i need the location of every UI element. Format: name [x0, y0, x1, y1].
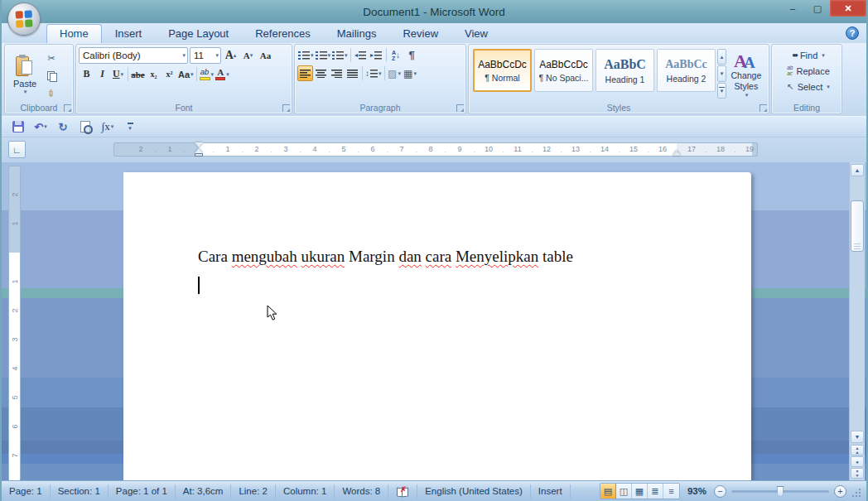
increase-indent-button[interactable]: ▸	[369, 47, 384, 63]
help-button[interactable]: ?	[846, 26, 859, 40]
tab-home[interactable]: Home	[46, 24, 102, 43]
language-status[interactable]: English (United States)	[417, 484, 531, 499]
align-right-button[interactable]	[329, 65, 345, 81]
change-styles-dropdown-icon[interactable]: ▾	[745, 92, 749, 99]
align-center-button[interactable]	[313, 65, 329, 81]
align-left-button[interactable]	[297, 65, 313, 81]
save-button[interactable]	[10, 118, 27, 135]
word[interactable]: Cara	[198, 248, 228, 265]
previous-page-button[interactable]: ▲▲	[851, 445, 864, 455]
view-full-screen-reading-button[interactable]: ◫	[616, 484, 632, 499]
styles-scroll-down-button[interactable]: ▼	[717, 65, 726, 81]
tab-stop-selector[interactable]: ∟	[8, 141, 26, 158]
status-page[interactable]: Page: 1 of 1	[108, 484, 176, 499]
browse-object-button[interactable]: ●	[851, 456, 864, 467]
view-draft-button[interactable]: ≡	[663, 484, 679, 499]
tab-references[interactable]: References	[242, 24, 323, 43]
misspelled-word[interactable]: dan	[398, 248, 421, 265]
grow-font-button[interactable]: A▴	[223, 48, 239, 64]
borders-dropdown-icon[interactable]: ▾	[413, 70, 417, 77]
superscript-button[interactable]: x²	[162, 66, 177, 82]
tab-page-layout[interactable]: Page Layout	[155, 24, 242, 43]
view-outline-button[interactable]: ≣	[648, 484, 663, 499]
find-button[interactable]: ●● Find ▾	[774, 48, 839, 62]
styles-scroll-up-button[interactable]: ▲	[717, 49, 726, 65]
cut-button[interactable]: ✂	[42, 51, 60, 65]
status-line[interactable]: Line: 2	[231, 484, 276, 499]
style-heading-2[interactable]: AaBbCcHeading 2	[657, 49, 716, 92]
print-preview-button[interactable]	[77, 118, 94, 135]
hanging-indent-marker[interactable]	[195, 148, 203, 153]
vertical-scrollbar[interactable]: ▲ ▼ ▲▲ ● ▼▼	[849, 162, 865, 480]
equation-dropdown-icon[interactable]: ▾	[111, 123, 114, 130]
minimize-button[interactable]: –	[780, 0, 805, 17]
paste-dropdown-icon[interactable]: ▾	[24, 89, 27, 95]
strikethrough-button[interactable]: abe	[130, 66, 146, 82]
zoom-slider-thumb[interactable]	[777, 486, 784, 497]
scroll-down-button[interactable]: ▼	[851, 431, 864, 443]
style-heading-1[interactable]: AaBbCHeading 1	[596, 49, 654, 92]
borders-button[interactable]: ▦▾	[403, 65, 418, 81]
multilevel-list-button[interactable]: ▾	[331, 47, 349, 63]
maximize-button[interactable]: ▢	[805, 0, 830, 17]
indent-markers[interactable]	[195, 142, 203, 158]
font-dialog-launcher[interactable]	[282, 104, 290, 112]
justify-button[interactable]	[345, 65, 360, 81]
decrease-indent-button[interactable]: ◂	[353, 47, 369, 63]
change-case-dropdown-icon[interactable]: ▾	[190, 71, 194, 78]
style-no-spaci[interactable]: AaBbCcDc¶ No Spaci...	[534, 49, 593, 92]
document-text[interactable]: Cara mengubah ukuran Margin dan cara Men…	[198, 248, 573, 266]
styles-dialog-launcher[interactable]	[760, 104, 767, 112]
multilevel-dropdown-icon[interactable]: ▾	[345, 52, 348, 59]
format-painter-button[interactable]: ✏	[42, 85, 60, 100]
shrink-font-button[interactable]: A▾	[240, 48, 256, 64]
underline-dropdown-icon[interactable]: ▾	[121, 71, 124, 78]
view-web-layout-button[interactable]: ▦	[632, 484, 648, 499]
font-size-combobox[interactable]: 11 ▾	[190, 47, 221, 64]
status-page[interactable]: Page: 1	[2, 484, 51, 499]
font-name-dropdown-icon[interactable]: ▾	[182, 52, 186, 59]
sort-button[interactable]: AZ↓	[388, 47, 404, 63]
redo-button[interactable]: ↻	[55, 118, 71, 135]
word[interactable]: table	[542, 248, 573, 265]
replace-button[interactable]: abac Replace	[774, 64, 839, 78]
font-color-button[interactable]: A ▾	[215, 66, 230, 82]
copy-button[interactable]	[42, 68, 60, 83]
numbering-button[interactable]: ▾	[315, 47, 332, 63]
underline-button[interactable]: U▾	[110, 66, 126, 82]
undo-button[interactable]: ↶▾	[32, 118, 49, 135]
misspelled-word[interactable]: Menyelipkan	[456, 248, 538, 265]
vertical-ruler[interactable]: 2112345678	[8, 166, 21, 480]
proofing-status-button[interactable]: ✗	[388, 484, 417, 499]
zoom-slider[interactable]	[731, 490, 829, 493]
styles-more-button[interactable]: ▼	[717, 83, 726, 99]
tab-review[interactable]: Review	[389, 24, 451, 43]
clear-formatting-button[interactable]: Aa	[258, 48, 273, 64]
close-button[interactable]: ✕	[830, 0, 866, 17]
status-column[interactable]: Column: 1	[276, 484, 335, 499]
tab-mailings[interactable]: Mailings	[324, 24, 390, 43]
text-highlight-button[interactable]: ab ▾	[199, 66, 215, 82]
change-case-button[interactable]: Aa▾	[177, 66, 195, 82]
word[interactable]: Margin	[349, 248, 395, 265]
line-spacing-dropdown-icon[interactable]: ▾	[379, 70, 382, 77]
misspelled-word[interactable]: mengubah	[232, 248, 297, 265]
misspelled-word[interactable]: cara	[426, 248, 452, 265]
zoom-level[interactable]: 93%	[685, 486, 709, 496]
font-size-dropdown-icon[interactable]: ▾	[215, 52, 219, 59]
status-section[interactable]: Section: 1	[51, 484, 108, 499]
bold-button[interactable]: B	[79, 66, 94, 82]
horizontal-ruler[interactable]: 2·1·1·2·3·4·5·6·7·8·9·10·11·12·13·14·15·…	[113, 142, 758, 157]
paste-button[interactable]: Paste ▾	[7, 47, 42, 100]
select-button[interactable]: ↖ Select ▾	[774, 79, 839, 94]
subscript-button[interactable]: x₂	[146, 66, 162, 82]
first-line-indent-marker[interactable]	[195, 142, 203, 147]
numbering-dropdown-icon[interactable]: ▾	[328, 52, 331, 59]
highlight-dropdown-icon[interactable]: ▾	[211, 71, 215, 78]
document-page[interactable]: Cara mengubah ukuran Margin dan cara Men…	[123, 172, 751, 480]
status-at[interactable]: At: 3,6cm	[176, 484, 232, 499]
left-indent-marker[interactable]	[195, 153, 203, 157]
misspelled-word[interactable]: ukuran	[301, 248, 345, 265]
scrollbar-thumb[interactable]	[851, 200, 864, 252]
insert-mode-status[interactable]: Insert	[531, 484, 571, 499]
